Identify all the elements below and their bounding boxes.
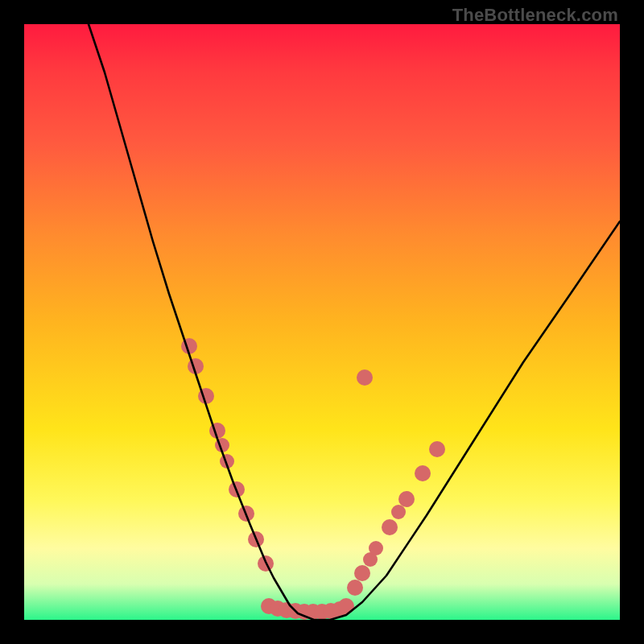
chart-frame: TheBottleneck.com — [0, 0, 644, 644]
plot-area — [24, 24, 620, 620]
watermark-text: TheBottleneck.com — [452, 5, 618, 26]
bottleneck-curve — [24, 24, 620, 620]
